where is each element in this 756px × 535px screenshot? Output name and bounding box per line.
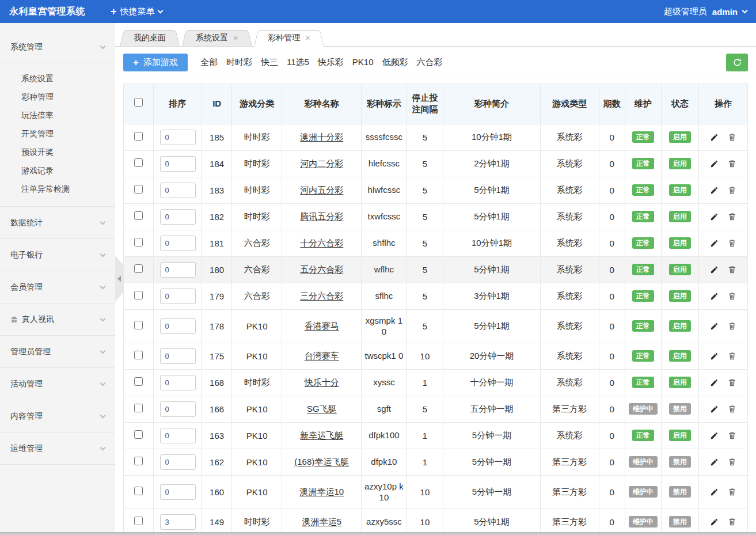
sort-input[interactable] [160, 236, 196, 251]
game-name-link[interactable]: 十分六合彩 [300, 238, 343, 248]
sidebar-item[interactable]: 玩法倍率 [0, 106, 115, 124]
status-badge[interactable]: 启用 [669, 377, 691, 388]
sidebar-section-header[interactable]: 管理员管理 [0, 336, 115, 368]
sort-input[interactable] [160, 183, 196, 198]
delete-button[interactable] [728, 159, 736, 168]
maintenance-badge[interactable]: 正常 [632, 131, 654, 143]
row-checkbox[interactable] [134, 404, 143, 412]
edit-button[interactable] [710, 431, 719, 440]
sort-input[interactable] [160, 401, 196, 417]
status-badge[interactable]: 启用 [669, 158, 691, 169]
row-checkbox[interactable] [134, 377, 143, 386]
filter-option[interactable]: 全部 [200, 57, 218, 68]
row-checkbox[interactable] [134, 430, 143, 439]
maintenance-badge[interactable]: 正常 [632, 290, 654, 302]
status-badge[interactable]: 启用 [669, 237, 691, 249]
maintenance-badge[interactable]: 正常 [632, 184, 654, 196]
sort-input[interactable] [160, 348, 196, 364]
maintenance-badge[interactable]: 正常 [632, 320, 654, 332]
tab[interactable]: 系统设置× [182, 30, 252, 46]
delete-button[interactable] [728, 378, 736, 387]
sidebar-section-header[interactable]: 内容管理 [0, 400, 115, 432]
sidebar-item[interactable]: 注单异常检测 [0, 180, 115, 198]
filter-option[interactable]: 11选5 [287, 57, 309, 68]
sort-input[interactable] [160, 514, 196, 530]
maintenance-badge[interactable]: 维护中 [629, 486, 658, 498]
row-checkbox[interactable] [134, 291, 143, 299]
edit-button[interactable] [710, 239, 719, 248]
edit-button[interactable] [710, 292, 719, 301]
delete-button[interactable] [728, 431, 736, 440]
sidebar-item[interactable]: 游戏记录 [0, 161, 115, 180]
edit-button[interactable] [710, 133, 719, 142]
horizontal-scrollbar[interactable] [0, 532, 756, 535]
maintenance-badge[interactable]: 正常 [632, 430, 654, 441]
sort-input[interactable] [160, 130, 196, 145]
status-badge[interactable]: 禁用 [669, 516, 691, 528]
status-badge[interactable]: 启用 [669, 131, 691, 143]
sidebar-section-header[interactable]: 数据统计 [0, 207, 115, 239]
delete-button[interactable] [728, 321, 736, 331]
row-checkbox[interactable] [134, 238, 143, 246]
game-name-link[interactable]: 河内五分彩 [300, 185, 343, 195]
sort-input[interactable] [160, 289, 196, 304]
close-icon[interactable]: × [233, 34, 238, 42]
maintenance-badge[interactable]: 正常 [632, 158, 654, 169]
sidebar-item[interactable]: 系统设置 [0, 69, 115, 88]
filter-option[interactable]: 快乐彩 [318, 57, 344, 68]
row-checkbox[interactable] [134, 351, 143, 359]
game-name-link[interactable]: SG飞艇 [307, 404, 337, 413]
filter-option[interactable]: 时时彩 [226, 57, 252, 68]
filter-option[interactable]: PK10 [352, 57, 374, 68]
edit-button[interactable] [710, 160, 719, 168]
edit-button[interactable] [710, 352, 719, 361]
game-name-link[interactable]: 三分六合彩 [300, 291, 343, 301]
delete-button[interactable] [728, 517, 736, 526]
row-checkbox[interactable] [134, 211, 143, 220]
sort-input[interactable] [160, 262, 196, 278]
filter-option[interactable]: 低频彩 [382, 57, 408, 68]
status-badge[interactable]: 启用 [669, 350, 691, 362]
tab[interactable]: 我的桌面 [120, 30, 180, 46]
game-name-link[interactable]: 澳洲幸运10 [299, 487, 344, 496]
maintenance-badge[interactable]: 正常 [632, 377, 654, 388]
status-badge[interactable]: 禁用 [669, 486, 691, 498]
sidebar-item[interactable]: 预设开奖 [0, 143, 115, 161]
edit-button[interactable] [710, 378, 719, 387]
game-name-link[interactable]: 河内二分彩 [300, 158, 343, 168]
sidebar-section-header[interactable]: 运维管理 [0, 432, 115, 465]
sort-input[interactable] [160, 454, 196, 470]
edit-button[interactable] [710, 213, 719, 221]
sidebar-section-header[interactable]: 系统管理 [0, 31, 115, 63]
status-badge[interactable]: 启用 [669, 430, 691, 441]
game-name-link[interactable]: 新幸运飞艇 [300, 430, 343, 440]
edit-button[interactable] [710, 518, 719, 526]
game-name-link[interactable]: 澳洲幸运5 [302, 517, 341, 526]
edit-button[interactable] [710, 265, 719, 274]
edit-button[interactable] [710, 405, 719, 413]
delete-button[interactable] [728, 265, 736, 274]
delete-button[interactable] [728, 291, 736, 301]
sort-input[interactable] [160, 318, 196, 334]
row-checkbox[interactable] [134, 185, 143, 193]
delete-button[interactable] [728, 212, 736, 221]
status-badge[interactable]: 启用 [669, 290, 691, 302]
status-badge[interactable]: 启用 [669, 320, 691, 332]
game-name-link[interactable]: 腾讯五分彩 [300, 211, 343, 221]
quick-menu-button[interactable]: + 快捷菜单 [111, 6, 162, 17]
sort-input[interactable] [160, 375, 196, 390]
maintenance-badge[interactable]: 正常 [632, 350, 654, 362]
delete-button[interactable] [728, 238, 736, 248]
row-checkbox[interactable] [134, 264, 143, 273]
sort-input[interactable] [160, 484, 196, 500]
edit-button[interactable] [710, 458, 719, 466]
game-name-link[interactable]: 台湾赛车 [305, 351, 339, 361]
delete-button[interactable] [728, 185, 736, 195]
maintenance-badge[interactable]: 维护中 [629, 456, 658, 468]
game-name-link[interactable]: 香港赛马 [305, 321, 339, 331]
row-checkbox[interactable] [134, 132, 143, 141]
sort-input[interactable] [160, 156, 196, 172]
maintenance-badge[interactable]: 维护中 [629, 403, 658, 415]
sort-input[interactable] [160, 428, 196, 443]
game-name-link[interactable]: 五分六合彩 [300, 264, 343, 274]
